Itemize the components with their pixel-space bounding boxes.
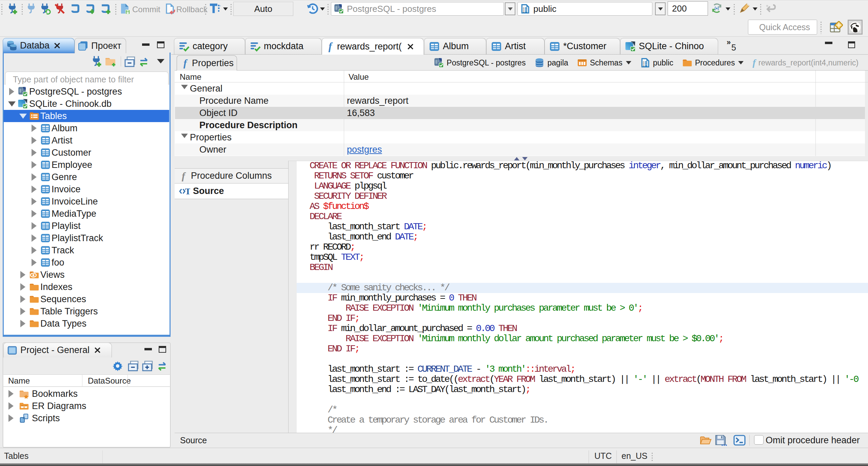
svg-text:T: T: [185, 186, 190, 196]
